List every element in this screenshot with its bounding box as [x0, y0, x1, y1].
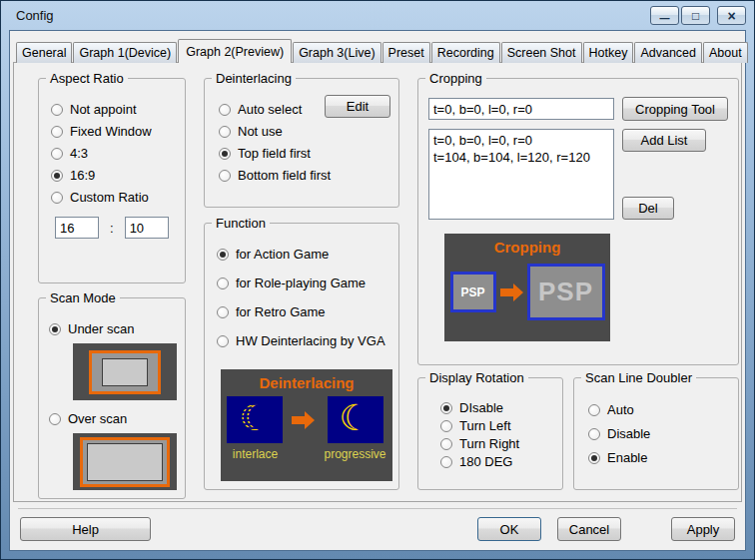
radio-circle-icon [588, 428, 600, 440]
radio-circle-icon [51, 192, 63, 204]
group-title: Aspect Ratio [46, 71, 128, 86]
display-rotation-group: Display Rotation DIsable Turn Left Turn … [417, 377, 563, 490]
list-item[interactable]: t=0, b=0, l=0, r=0 [433, 132, 609, 149]
radio-bottom-field-first[interactable]: Bottom field first [219, 168, 390, 183]
radio-doubler-disable[interactable]: Disable [588, 426, 730, 441]
ok-button[interactable]: OK [477, 517, 541, 541]
list-item[interactable]: t=104, b=104, l=120, r=120 [433, 149, 609, 166]
radio-hw-deinterlacing-by-vga[interactable]: HW Deinterlacing by VGA [217, 333, 390, 348]
window-controls: — □ × [648, 6, 746, 25]
illustration-row: ☾ interlace ☾ progressive [221, 396, 392, 461]
group-title: Function [212, 216, 270, 231]
cancel-button[interactable]: Cancel [557, 517, 621, 541]
cropping-value-input[interactable] [428, 98, 614, 120]
tab-hotkey[interactable]: Hotkey [583, 42, 634, 63]
radio-turn-right[interactable]: Turn Right [440, 436, 554, 451]
screen-area-icon [102, 358, 148, 386]
middle-column: Deinterlacing Edit Auto select Not use T… [204, 78, 399, 501]
radio-under-scan[interactable]: Under scan [49, 321, 177, 336]
aspect-ratio-group: Aspect Ratio Not appoint Fixed Window 4:… [38, 78, 186, 283]
radio-circle-icon [51, 104, 63, 116]
close-button[interactable]: × [717, 6, 746, 25]
radio-doubler-auto[interactable]: Auto [588, 402, 730, 417]
radio-not-use[interactable]: Not use [219, 124, 390, 139]
dialog-footer: Help OK Cancel Apply [18, 508, 737, 541]
radio-custom-ratio[interactable]: Custom Ratio [51, 190, 177, 205]
radio-circle-icon [219, 126, 231, 138]
radio-circle-icon [588, 404, 600, 416]
over-scan-preview [73, 433, 177, 490]
minimize-button[interactable]: — [650, 6, 679, 25]
radio-circle-icon [440, 456, 452, 468]
moon-icon: ☾ [239, 400, 271, 436]
radio-for-role-playing-game[interactable]: for Role-playing Game [217, 276, 390, 290]
window-title: Config [16, 8, 54, 23]
illustration-row: PSP PSP [444, 264, 610, 320]
tab-screen-shot[interactable]: Screen Shot [501, 42, 582, 63]
radio-circle-icon [217, 306, 229, 318]
radio-fixed-window[interactable]: Fixed Window [51, 124, 177, 139]
rotation-doubler-row: Display Rotation DIsable Turn Left Turn … [417, 377, 739, 490]
right-column: Cropping Cropping Tool t=0, b=0, l=0, r=… [417, 78, 739, 501]
custom-ratio-width-input[interactable] [55, 217, 99, 239]
radio-180-deg[interactable]: 180 DEG [440, 454, 554, 469]
arrow-right-icon [500, 288, 513, 296]
config-window: Config — □ × General Graph 1(Device) Gra… [0, 0, 755, 560]
left-column: Aspect Ratio Not appoint Fixed Window 4:… [38, 78, 186, 501]
psp-large-box: PSP [527, 264, 605, 320]
tab-graph1-device[interactable]: Graph 1(Device) [73, 42, 177, 63]
ratio-separator: : [110, 221, 114, 236]
scan-mode-group: Scan Mode Under scan Over scan [38, 297, 186, 499]
radio-circle-icon [217, 249, 229, 261]
custom-ratio-row: : [55, 217, 177, 239]
under-scan-preview [73, 343, 177, 400]
minimize-icon: — [660, 14, 670, 24]
radio-4-3[interactable]: 4:3 [51, 146, 177, 161]
apply-button[interactable]: Apply [671, 517, 735, 541]
radio-turn-left[interactable]: Turn Left [440, 418, 554, 433]
screen-frame-icon [80, 437, 170, 487]
tab-general[interactable]: General [16, 42, 72, 63]
radio-rotation-disable[interactable]: DIsable [440, 400, 554, 415]
radio-circle-icon [588, 452, 600, 464]
tab-graph3-live[interactable]: Graph 3(Live) [293, 42, 380, 63]
maximize-button[interactable]: □ [681, 6, 710, 25]
edit-button[interactable]: Edit [325, 95, 390, 118]
radio-circle-icon [217, 335, 229, 347]
tab-graph2-preview[interactable]: Graph 2(Preview) [178, 39, 292, 63]
radio-16-9[interactable]: 16:9 [51, 168, 177, 183]
custom-ratio-height-input[interactable] [125, 217, 169, 239]
group-title: Scan Line Doubler [581, 370, 696, 385]
radio-for-retro-game[interactable]: for Retro Game [217, 304, 390, 319]
cropping-input-row: Cropping Tool [428, 97, 728, 121]
radio-doubler-enable[interactable]: Enable [588, 450, 730, 465]
group-title: Scan Mode [46, 290, 120, 305]
help-button[interactable]: Help [20, 517, 151, 541]
progressive-frame-icon: ☾ [328, 396, 383, 443]
titlebar[interactable]: Config — □ × [9, 1, 746, 30]
cropping-tool-button[interactable]: Cropping Tool [622, 97, 728, 121]
radio-circle-icon [51, 148, 63, 160]
illustration-title: Deinterlacing [221, 374, 392, 391]
maximize-icon: □ [692, 10, 699, 22]
tab-about[interactable]: About [703, 42, 748, 63]
add-list-button[interactable]: Add List [622, 129, 706, 152]
cropping-list[interactable]: t=0, b=0, l=0, r=0 t=104, b=104, l=120, … [428, 129, 614, 220]
tab-strip: General Graph 1(Device) Graph 2(Preview)… [13, 39, 742, 63]
radio-not-appoint[interactable]: Not appoint [51, 102, 177, 117]
function-group: Function for Action Game for Role-playin… [204, 223, 399, 490]
tab-preset[interactable]: Preset [382, 42, 430, 63]
tab-advanced[interactable]: Advanced [634, 42, 702, 63]
scan-line-doubler-group: Scan Line Doubler Auto Disable Enable [573, 377, 739, 490]
radio-over-scan[interactable]: Over scan [49, 411, 177, 426]
tab-recording[interactable]: Recording [431, 42, 500, 63]
screen-frame-icon [89, 350, 161, 394]
deinterlacing-group: Deinterlacing Edit Auto select Not use T… [204, 78, 399, 208]
radio-circle-icon [219, 170, 231, 182]
progressive-cell: ☾ progressive [324, 396, 385, 461]
del-button[interactable]: Del [622, 197, 674, 220]
radio-circle-icon [217, 278, 229, 289]
group-title: Cropping [425, 71, 486, 86]
radio-top-field-first[interactable]: Top field first [219, 146, 390, 161]
radio-for-action-game[interactable]: for Action Game [217, 247, 390, 262]
